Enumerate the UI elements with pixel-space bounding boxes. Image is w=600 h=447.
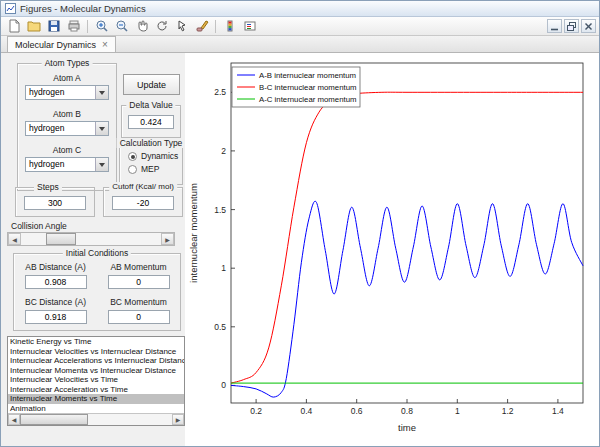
x-tick-label: 0.2 (250, 406, 262, 416)
list-item[interactable]: Internuclear Accelerations vs Internucle… (8, 356, 184, 366)
x-tick-label: 0.6 (351, 406, 363, 416)
atom-types-panel: Atom Types Atom A hydrogen Atom B hydrog… (17, 63, 117, 191)
open-folder-icon (27, 19, 41, 33)
legend-entry-label: A-B internuclear momentum (259, 71, 356, 80)
y-tick-label: 0 (221, 380, 226, 390)
tabbar: Molecular Dynamics × (1, 36, 599, 53)
cutoff-input[interactable] (112, 196, 174, 210)
save-icon (47, 19, 61, 33)
update-button[interactable]: Update (123, 74, 180, 95)
list-item[interactable]: Internuclear Acceleration vs Time (8, 385, 184, 395)
restore-button[interactable] (564, 19, 579, 33)
atom-b-value: hydrogen (26, 122, 95, 135)
legend-entry-label: A-C internuclear momentum (259, 95, 357, 104)
minimize-button[interactable] (547, 19, 562, 33)
pan-button[interactable] (132, 18, 151, 35)
atom-types-title: Atom Types (42, 58, 93, 68)
zoom-in-button[interactable] (92, 18, 111, 35)
plot-type-listbox[interactable]: Kinetic Energy vs TimeInternuclear Veloc… (7, 336, 185, 426)
list-item[interactable]: Internuclear Moments vs Time (8, 394, 184, 404)
steps-input[interactable] (24, 196, 86, 210)
save-button[interactable] (44, 18, 63, 35)
ab-distance-input[interactable] (25, 275, 87, 289)
chevron-down-icon[interactable] (95, 122, 108, 135)
radio-dynamics[interactable]: Dynamics (128, 151, 182, 161)
scrollbar-thumb[interactable] (20, 414, 88, 425)
brush-button[interactable] (192, 18, 211, 35)
delta-value-title: Delta Value (126, 100, 175, 110)
insert-legend-button[interactable] (240, 18, 259, 35)
atom-c-value: hydrogen (26, 158, 95, 171)
titlebar[interactable]: Figures - Molecular Dynamics (1, 1, 599, 17)
print-button[interactable] (64, 18, 83, 35)
print-icon (67, 19, 81, 33)
list-item[interactable]: Internuclear Momenta vs Internuclear Dis… (8, 366, 184, 376)
y-tick-label: 1 (221, 263, 226, 273)
atom-c-select[interactable]: hydrogen (25, 157, 109, 172)
zoom-in-icon (95, 19, 109, 33)
calculation-type-panel: Calculation Type Dynamics MEP (119, 143, 183, 185)
tab-label: Molecular Dynamics (15, 40, 96, 50)
figure-window: Figures - Molecular Dynamics (0, 0, 600, 447)
chevron-down-icon[interactable] (95, 158, 108, 171)
list-item[interactable]: Kinetic Energy vs Time (8, 337, 184, 347)
app-icon (5, 3, 16, 14)
scrollbar-right-arrow-icon[interactable]: ▶ (172, 414, 184, 425)
list-items: Kinetic Energy vs TimeInternuclear Veloc… (8, 337, 184, 413)
bc-distance-input[interactable] (25, 310, 87, 324)
close-button[interactable] (581, 19, 596, 33)
zoom-out-button[interactable] (112, 18, 131, 35)
list-item[interactable]: Internuclear Velocities vs Internuclear … (8, 347, 184, 357)
x-tick-label: 0.4 (300, 406, 312, 416)
pan-hand-icon (135, 19, 149, 33)
delta-value-input[interactable] (128, 115, 174, 129)
legend[interactable]: A-B internuclear momentumB-C internuclea… (232, 67, 360, 107)
list-item[interactable]: Animation (8, 404, 184, 414)
window-title: Figures - Molecular Dynamics (20, 3, 146, 14)
x-tick-label: 0.8 (401, 406, 413, 416)
listbox-hscrollbar[interactable]: ◀ ▶ (8, 413, 184, 425)
ab-distance-label: AB Distance (A) (25, 262, 85, 272)
y-axis-label: internuclear momentum (188, 183, 199, 283)
radio-mep[interactable]: MEP (128, 164, 182, 174)
rotate-3d-icon (155, 19, 169, 33)
insert-colorbar-icon (223, 19, 237, 33)
radio-dynamics-label: Dynamics (141, 151, 178, 161)
ab-momentum-input[interactable] (108, 275, 170, 289)
chevron-down-icon[interactable] (95, 86, 108, 99)
list-item[interactable]: Internuclear Velocities vs Time (8, 375, 184, 385)
open-folder-button[interactable] (24, 18, 43, 35)
rotate-3d-button[interactable] (152, 18, 171, 35)
radio-selected-icon (128, 152, 137, 161)
window-controls (547, 19, 596, 33)
plot-svg: 0.20.40.60.811.21.400.511.522.5timeinter… (185, 53, 600, 446)
toolbar (1, 17, 599, 36)
slider-left-arrow-icon[interactable]: ◀ (8, 233, 21, 245)
slider-track[interactable] (21, 233, 161, 245)
legend-entry-label: B-C internuclear momentum (259, 83, 357, 92)
new-document-icon (7, 19, 21, 33)
slider-thumb[interactable] (46, 233, 76, 245)
y-tick-label: 0.5 (214, 322, 226, 332)
atom-b-label: Atom B (53, 109, 81, 119)
tab-molecular-dynamics[interactable]: Molecular Dynamics × (7, 36, 116, 52)
data-cursor-button[interactable] (172, 18, 191, 35)
tab-close-icon[interactable]: × (102, 40, 108, 50)
atom-b-select[interactable]: hydrogen (25, 121, 109, 136)
steps-title: Steps (34, 182, 62, 192)
insert-colorbar-button[interactable] (220, 18, 239, 35)
atom-a-select[interactable]: hydrogen (25, 85, 109, 100)
bc-momentum-input[interactable] (108, 310, 170, 324)
calculation-type-title: Calculation Type (117, 138, 186, 148)
zoom-out-icon (115, 19, 129, 33)
restore-icon (567, 22, 576, 31)
scrollbar-track[interactable] (20, 414, 172, 425)
steps-panel: Steps (15, 187, 95, 217)
new-document-button[interactable] (4, 18, 23, 35)
brush-icon (195, 19, 209, 33)
collision-angle-slider[interactable]: ◀ ▶ (7, 232, 175, 246)
x-tick-label: 1.4 (552, 406, 564, 416)
scrollbar-left-arrow-icon[interactable]: ◀ (8, 414, 20, 425)
x-tick-label: 1 (455, 406, 460, 416)
slider-right-arrow-icon[interactable]: ▶ (161, 233, 174, 245)
